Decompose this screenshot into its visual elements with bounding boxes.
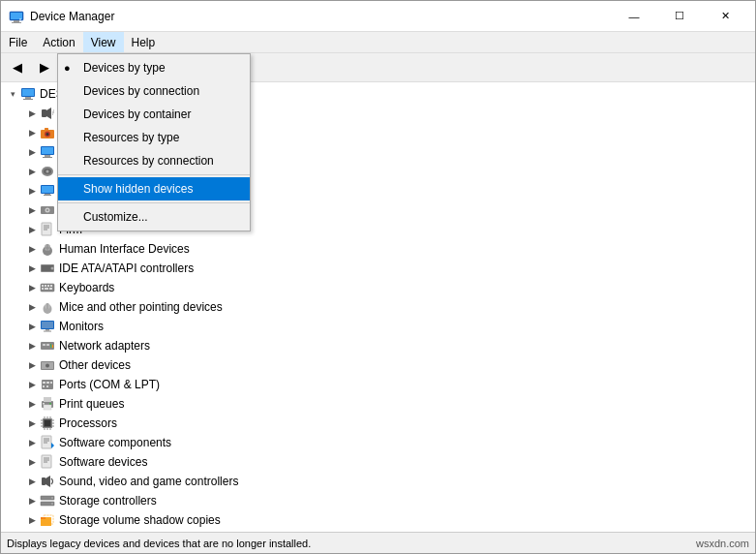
tree-item-print[interactable]: ▶ Print queues (1, 394, 755, 414)
expand-display[interactable]: ▶ (24, 183, 40, 199)
svg-rect-29 (42, 186, 53, 193)
expand-print[interactable]: ▶ (24, 396, 40, 412)
menu-separator-1 (58, 174, 250, 175)
firmware-icon (40, 222, 55, 237)
tree-item-ports[interactable]: ▶ Ports (COM & LPT) (1, 375, 755, 394)
svg-rect-12 (23, 99, 33, 100)
svg-rect-51 (42, 288, 44, 290)
ports-label: Ports (COM & LPT) (59, 378, 160, 391)
svg-rect-64 (50, 344, 51, 348)
svg-rect-31 (44, 195, 51, 196)
svg-marker-14 (46, 108, 51, 119)
tree-item-mice[interactable]: ▶ Mice and other pointing devices (1, 297, 755, 317)
expand-firmware[interactable]: ▶ (24, 222, 40, 237)
sound-icon (40, 474, 55, 489)
menu-view[interactable]: View (83, 32, 124, 52)
expand-audio[interactable]: ▶ (24, 106, 40, 121)
tree-item-other[interactable]: ▶ Other devices (1, 355, 755, 375)
expand-processors[interactable]: ▶ (24, 416, 40, 431)
svg-rect-1 (14, 20, 19, 22)
minimize-button[interactable]: — (612, 1, 656, 32)
expand-hid[interactable]: ▶ (24, 241, 40, 257)
expand-monitors[interactable]: ▶ (24, 319, 40, 334)
tree-item-keyboards[interactable]: ▶ Keyboards (1, 278, 755, 297)
cameras-icon (40, 125, 55, 140)
expand-computer[interactable]: ▶ (24, 144, 40, 160)
print-icon (40, 396, 55, 412)
menu-customize[interactable]: Customize... (58, 205, 250, 229)
svg-rect-82 (45, 420, 50, 426)
svg-rect-48 (45, 285, 46, 287)
keyboards-label: Keyboards (59, 281, 114, 294)
menu-resources-by-type[interactable]: Resources by type (58, 126, 250, 149)
expand-keyboards[interactable]: ▶ (24, 280, 40, 295)
svg-rect-20 (45, 128, 48, 131)
tree-item-network[interactable]: ▶ Network adapters (1, 336, 755, 355)
tb-back-button[interactable]: ◀ (5, 56, 30, 79)
processors-icon (40, 416, 55, 431)
svg-point-27 (46, 170, 49, 173)
tree-item-ide[interactable]: ▶ IDE ATA/ATAPI controllers (1, 259, 755, 278)
svg-rect-78 (43, 403, 45, 405)
expand-storage-ctrl[interactable]: ▶ (24, 493, 40, 508)
network-icon (40, 338, 55, 354)
menu-help[interactable]: Help (124, 32, 164, 52)
hid-icon (40, 241, 55, 257)
expand-sound[interactable]: ▶ (24, 474, 40, 489)
expand-other[interactable]: ▶ (24, 357, 40, 373)
device-manager-window: Device Manager — ☐ ✕ File Action View He… (0, 0, 756, 554)
svg-rect-22 (42, 147, 53, 154)
tree-item-storage-vol[interactable]: ▶ Storage volumes (1, 530, 755, 532)
expand-network[interactable]: ▶ (24, 338, 40, 354)
svg-rect-69 (42, 380, 53, 389)
ide-label: IDE ATA/ATAPI controllers (59, 262, 194, 275)
monitors-icon (40, 319, 55, 334)
expand-mice[interactable]: ▶ (24, 299, 40, 315)
menu-file[interactable]: File (1, 32, 35, 52)
root-expand[interactable]: ▾ (5, 86, 20, 102)
title-left: Device Manager (9, 9, 114, 24)
expand-ports[interactable]: ▶ (24, 377, 40, 392)
svg-rect-47 (42, 285, 44, 287)
menu-devices-by-container[interactable]: Devices by container (58, 103, 250, 126)
svg-marker-99 (51, 443, 54, 448)
expand-ide[interactable]: ▶ (24, 261, 40, 276)
svg-rect-71 (46, 382, 49, 384)
menu-devices-by-type[interactable]: ● Devices by type (58, 56, 250, 79)
tb-forward-button[interactable]: ▶ (32, 56, 57, 79)
tree-item-processors[interactable]: ▶ (1, 414, 755, 433)
mice-icon (40, 299, 55, 315)
software-dev-label: Software devices (59, 455, 147, 469)
close-button[interactable]: ✕ (703, 1, 747, 32)
svg-rect-70 (43, 382, 45, 384)
tree-item-storage-shadow[interactable]: ▶ Storage volume shadow copies (1, 510, 755, 530)
menu-resources-by-connection[interactable]: Resources by connection (58, 149, 250, 172)
maximize-button[interactable]: ☐ (657, 1, 702, 32)
software-comp-label: Software components (59, 436, 171, 449)
expand-storage-shadow[interactable]: ▶ (24, 512, 40, 528)
svg-point-34 (46, 209, 48, 211)
audio-icon: ) ( (40, 106, 55, 121)
expand-dvd[interactable]: ▶ (24, 202, 40, 218)
svg-marker-105 (45, 476, 50, 487)
status-brand: wsxdn.com (696, 538, 749, 549)
expand-software-dev[interactable]: ▶ (24, 454, 40, 470)
svg-rect-30 (45, 194, 50, 195)
tree-item-software-comp[interactable]: ▶ Software components (1, 433, 755, 452)
tree-item-monitors[interactable]: ▶ Monitors (1, 317, 755, 336)
menu-action[interactable]: Action (35, 32, 82, 52)
software-comp-icon (40, 435, 55, 450)
tree-item-software-dev[interactable]: ▶ Software devices (1, 452, 755, 472)
menu-devices-by-connection[interactable]: Devices by connection (58, 79, 250, 103)
keyboard-icon (40, 280, 55, 295)
tree-item-sound[interactable]: ▶ Sound, video and game controllers (1, 472, 755, 491)
tree-item-hid[interactable]: ▶ Human Interface Devices (1, 239, 755, 259)
tree-item-storage-ctrl[interactable]: ▶ Storage controllers (1, 491, 755, 510)
expand-cameras[interactable]: ▶ (24, 125, 40, 140)
svg-rect-104 (42, 477, 45, 485)
expand-disk[interactable]: ▶ (24, 164, 40, 179)
view-dropdown-menu: ● Devices by type Devices by connection … (57, 53, 251, 231)
svg-rect-77 (44, 405, 51, 410)
expand-software-comp[interactable]: ▶ (24, 435, 40, 450)
menu-show-hidden[interactable]: Show hidden devices (58, 177, 250, 200)
